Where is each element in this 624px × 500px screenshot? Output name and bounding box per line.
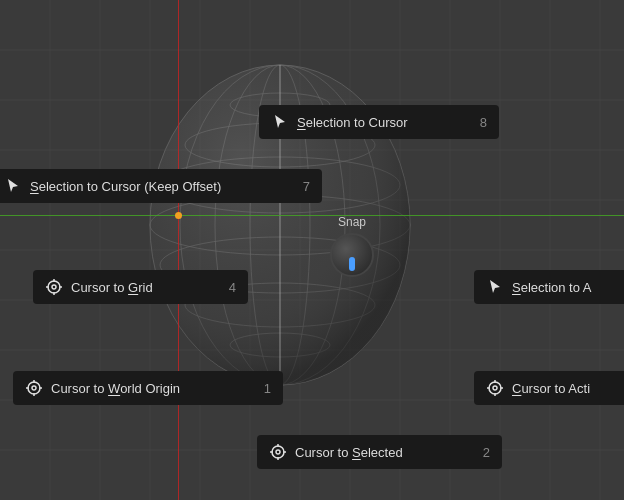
cursor-ring-icon: [45, 278, 63, 296]
snap-dial[interactable]: Snap: [330, 215, 374, 277]
snap-label: Snap: [338, 215, 366, 229]
grid-background: [0, 0, 624, 500]
selection-to-active-item[interactable]: Selection to A: [474, 270, 624, 304]
cursor-to-grid-shortcut: 4: [229, 280, 236, 295]
selection-to-cursor-keep-offset-item[interactable]: Selection to Cursor (Keep Offset) 7: [0, 169, 322, 203]
selection-to-cursor-shortcut: 8: [480, 115, 487, 130]
cursor-world-icon: [25, 379, 43, 397]
svg-point-53: [276, 450, 280, 454]
svg-point-34: [48, 281, 60, 293]
viewport: Snap Selection to Cursor 8 Selection to …: [0, 0, 624, 500]
selection-to-cursor-item[interactable]: Selection to Cursor 8: [259, 105, 499, 139]
svg-point-41: [32, 386, 36, 390]
cursor-active-icon: [486, 379, 504, 397]
cursor-to-active-label: Cursor to Acti: [512, 381, 624, 396]
svg-point-52: [272, 446, 284, 458]
cursor-to-selected-item[interactable]: Cursor to Selected 2: [257, 435, 502, 469]
red-axis-line: [178, 0, 179, 500]
snap-dial-control[interactable]: [330, 233, 374, 277]
svg-point-35: [52, 285, 56, 289]
selection-active-icon: [486, 278, 504, 296]
3d-cursor: [175, 212, 182, 219]
svg-point-40: [28, 382, 40, 394]
dial-indicator: [349, 257, 355, 271]
cursor-to-grid-item[interactable]: Cursor to Grid 4: [33, 270, 248, 304]
selection-to-cursor-label: Selection to Cursor: [297, 115, 456, 130]
selection-to-active-label: Selection to A: [512, 280, 624, 295]
cursor-to-world-origin-label: Cursor to World Origin: [51, 381, 240, 396]
cursor-selected-icon: [269, 443, 287, 461]
cursor-to-world-origin-shortcut: 1: [264, 381, 271, 396]
cursor-to-selected-label: Cursor to Selected: [295, 445, 459, 460]
cursor-to-active-item[interactable]: Cursor to Acti: [474, 371, 624, 405]
cursor-to-world-origin-item[interactable]: Cursor to World Origin 1: [13, 371, 283, 405]
green-axis-line: [0, 215, 624, 216]
cursor-keep-offset-icon: [4, 177, 22, 195]
cursor-icon: [271, 113, 289, 131]
svg-point-47: [493, 386, 497, 390]
cursor-to-grid-label: Cursor to Grid: [71, 280, 205, 295]
svg-point-46: [489, 382, 501, 394]
cursor-to-selected-shortcut: 2: [483, 445, 490, 460]
selection-to-cursor-keep-offset-label: Selection to Cursor (Keep Offset): [30, 179, 279, 194]
selection-to-cursor-keep-offset-shortcut: 7: [303, 179, 310, 194]
